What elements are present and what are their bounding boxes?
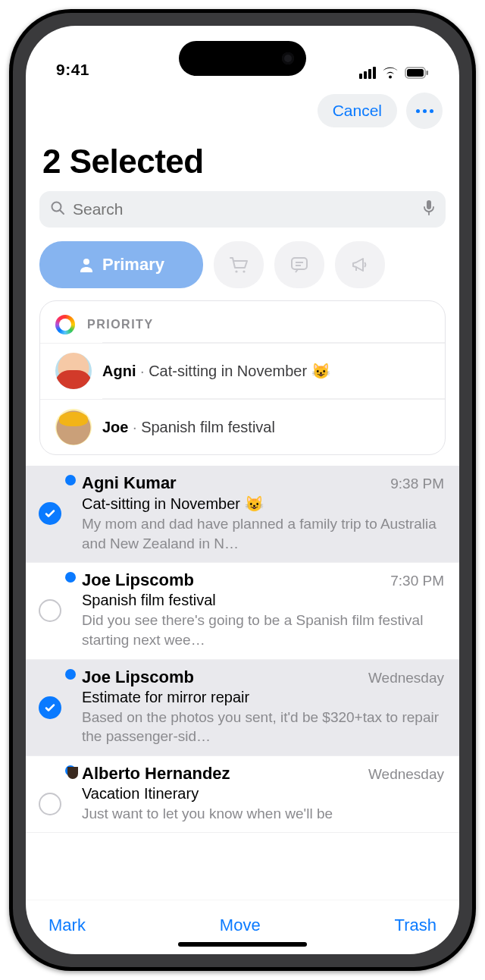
message-sender: Joe Lipscomb bbox=[82, 667, 194, 687]
message-time: Wednesday bbox=[368, 670, 444, 686]
avatar bbox=[55, 409, 92, 445]
message-list: Agni Kumar 9:38 PM Cat-sitting in Novemb… bbox=[26, 466, 459, 900]
category-promotions[interactable] bbox=[335, 241, 385, 288]
svg-point-9 bbox=[242, 270, 245, 272]
move-button[interactable]: Move bbox=[220, 916, 261, 935]
priority-card: PRIORITY Agni · Cat-sitting in November … bbox=[39, 300, 446, 455]
message-sender: Joe Lipscomb bbox=[82, 570, 194, 590]
dynamic-island bbox=[179, 41, 306, 76]
person-icon bbox=[78, 256, 95, 273]
selection-checkbox[interactable] bbox=[39, 502, 61, 525]
message-preview: Did you see there's going to be a Spanis… bbox=[82, 611, 444, 649]
cellular-icon bbox=[359, 67, 376, 79]
unread-dot bbox=[65, 669, 76, 680]
home-indicator bbox=[178, 942, 307, 947]
priority-item-text: Joe · Spanish film festival bbox=[102, 419, 275, 436]
svg-point-8 bbox=[235, 270, 237, 272]
trash-button[interactable]: Trash bbox=[395, 916, 436, 935]
svg-rect-5 bbox=[427, 200, 431, 209]
svg-line-4 bbox=[61, 211, 64, 215]
phone-bezel: 9:41 Cancel 2 Selected bbox=[13, 13, 472, 967]
message-subject: Cat-sitting in November 😺 bbox=[82, 495, 444, 513]
message-subject: Spanish film festival bbox=[82, 592, 444, 609]
svg-point-3 bbox=[52, 203, 61, 212]
message-icon bbox=[289, 254, 310, 275]
category-primary[interactable]: Primary bbox=[39, 241, 203, 288]
message-row[interactable]: Joe Lipscomb Wednesday Estimate for mirr… bbox=[26, 660, 459, 756]
message-preview: Based on the photos you sent, it'd be $3… bbox=[82, 708, 444, 746]
message-time: Wednesday bbox=[368, 766, 444, 783]
message-time: 7:30 PM bbox=[390, 573, 444, 589]
category-updates[interactable] bbox=[274, 241, 324, 288]
search-input[interactable] bbox=[73, 200, 415, 218]
status-time: 9:41 bbox=[56, 61, 89, 79]
mark-button[interactable]: Mark bbox=[48, 916, 86, 935]
category-shopping[interactable] bbox=[214, 241, 264, 288]
wifi-icon bbox=[382, 67, 399, 79]
search-field[interactable] bbox=[39, 191, 446, 228]
priority-header: PRIORITY bbox=[40, 301, 445, 342]
selection-checkbox[interactable] bbox=[39, 599, 61, 622]
svg-rect-1 bbox=[407, 69, 424, 77]
message-row[interactable]: Agni Kumar 9:38 PM Cat-sitting in Novemb… bbox=[26, 466, 459, 563]
message-row[interactable]: Joe Lipscomb 7:30 PM Spanish film festiv… bbox=[26, 563, 459, 659]
cart-icon bbox=[228, 254, 249, 275]
header-actions: Cancel bbox=[26, 85, 459, 129]
ellipsis-icon bbox=[416, 109, 433, 113]
message-subject: Vacation Itinerary bbox=[82, 785, 444, 803]
svg-rect-2 bbox=[427, 71, 429, 75]
message-time: 9:38 PM bbox=[390, 476, 444, 492]
message-sender: Alberto Hernandez bbox=[82, 764, 230, 784]
page-title: 2 Selected bbox=[26, 129, 459, 191]
unread-dot bbox=[65, 475, 76, 485]
priority-label: PRIORITY bbox=[87, 318, 154, 331]
more-button[interactable] bbox=[406, 93, 443, 129]
selection-checkbox[interactable] bbox=[39, 793, 61, 815]
avatar bbox=[55, 353, 92, 389]
priority-item-text: Agni · Cat-sitting in November 😺 bbox=[102, 362, 330, 380]
microphone-icon[interactable] bbox=[423, 199, 435, 219]
search-icon bbox=[50, 200, 65, 218]
priority-item[interactable]: Agni · Cat-sitting in November 😺 bbox=[40, 343, 445, 398]
message-preview: My mom and dad have planned a family tri… bbox=[82, 514, 444, 553]
category-tabs: Primary bbox=[26, 228, 459, 300]
priority-item[interactable]: Joe · Spanish film festival bbox=[40, 399, 445, 454]
message-sender: Agni Kumar bbox=[82, 473, 177, 493]
message-subject: Estimate for mirror repair bbox=[82, 689, 444, 706]
megaphone-icon bbox=[349, 254, 371, 275]
svg-point-7 bbox=[83, 259, 89, 265]
unread-dot bbox=[65, 572, 76, 583]
cancel-button[interactable]: Cancel bbox=[318, 94, 397, 127]
battery-icon bbox=[405, 67, 429, 79]
category-primary-label: Primary bbox=[102, 255, 164, 275]
message-preview: Just want to let you know when we'll be bbox=[82, 804, 444, 824]
selection-checkbox[interactable] bbox=[39, 696, 61, 719]
apple-intelligence-icon bbox=[55, 315, 75, 335]
message-row[interactable]: Alberto Hernandez Wednesday Vacation Iti… bbox=[26, 756, 459, 834]
phone-frame: 9:41 Cancel 2 Selected bbox=[9, 9, 476, 971]
status-indicators bbox=[359, 67, 429, 79]
svg-rect-10 bbox=[292, 258, 307, 269]
screen: 9:41 Cancel 2 Selected bbox=[26, 26, 459, 954]
